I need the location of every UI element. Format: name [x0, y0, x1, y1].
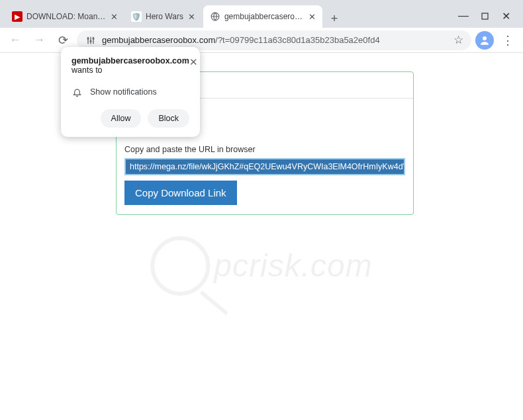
maximize-icon[interactable]	[479, 11, 490, 21]
tab-label: Hero Wars	[146, 12, 183, 21]
svg-point-11	[483, 36, 487, 40]
tab-2-active[interactable]: gembujabbercaseroobox.com/ ✕	[203, 5, 322, 28]
tab-1[interactable]: 🛡️ Hero Wars ✕	[124, 5, 203, 28]
forward-button[interactable]: →	[29, 30, 49, 50]
svg-rect-1	[482, 13, 488, 19]
globe-icon	[210, 11, 220, 22]
window-controls: — ✕	[452, 11, 518, 28]
url-host: gembujabbercaseroobox.com/?t=09799c11a63…	[102, 35, 380, 45]
svg-point-2	[87, 38, 89, 39]
close-icon[interactable]: ✕	[309, 12, 316, 21]
minimize-icon[interactable]: —	[458, 11, 469, 21]
herowars-icon: 🛡️	[131, 11, 142, 22]
url-textbox[interactable]: https://mega.nz/file/wkJjGKhZ#qEQ2UEwu4V…	[124, 158, 405, 175]
dialog-header: gembujabbercaseroobox.com wants to ✕	[71, 56, 189, 75]
hint-text: Copy and paste the URL in browser	[124, 145, 405, 154]
page-viewport: pcrisk.com Copy and paste the URL in bro…	[0, 53, 523, 420]
profile-avatar[interactable]	[475, 31, 494, 50]
back-button[interactable]: ←	[5, 30, 25, 50]
allow-button[interactable]: Allow	[101, 109, 142, 128]
bell-icon	[71, 87, 82, 97]
window-titlebar: ▶ DOWNLOAD: Moana 2 (2024) M ✕ 🛡️ Hero W…	[0, 0, 523, 28]
notification-permission-dialog: gembujabbercaseroobox.com wants to ✕ Sho…	[61, 47, 200, 137]
close-icon[interactable]: ✕	[187, 12, 197, 21]
youtube-icon: ▶	[12, 11, 23, 22]
svg-point-8	[93, 38, 94, 39]
block-button[interactable]: Block	[148, 109, 189, 128]
dialog-title: gembujabbercaseroobox.com wants to	[71, 56, 189, 75]
close-icon[interactable]: ✕	[189, 56, 198, 68]
copy-download-link-button[interactable]: Copy Download Link	[124, 181, 237, 205]
new-tab-button[interactable]: +	[325, 9, 344, 28]
bookmark-star-icon[interactable]: ☆	[453, 33, 463, 47]
close-icon[interactable]: ✕	[111, 12, 118, 21]
tab-strip: ▶ DOWNLOAD: Moana 2 (2024) M ✕ 🛡️ Hero W…	[5, 5, 452, 28]
tab-label: DOWNLOAD: Moana 2 (2024) M	[26, 12, 107, 21]
watermark: pcrisk.com	[150, 236, 372, 296]
permission-label: Show notifications	[90, 87, 157, 97]
svg-point-5	[90, 40, 91, 42]
close-icon[interactable]: ✕	[500, 11, 511, 21]
dialog-actions: Allow Block	[71, 109, 189, 128]
site-settings-icon[interactable]	[85, 34, 97, 46]
tab-label: gembujabbercaseroobox.com/	[224, 12, 305, 21]
permission-item: Show notifications	[71, 87, 189, 97]
kebab-menu-icon[interactable]: ⋮	[498, 30, 518, 50]
tab-0[interactable]: ▶ DOWNLOAD: Moana 2 (2024) M ✕	[5, 5, 124, 28]
